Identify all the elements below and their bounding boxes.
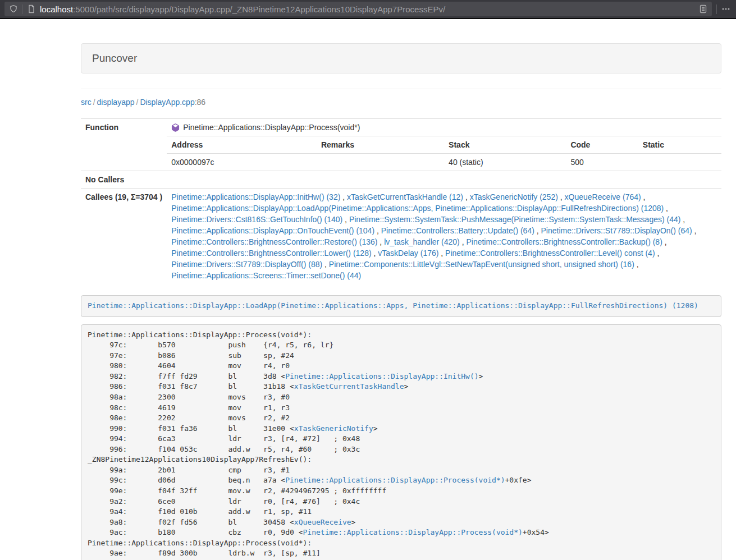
callee-link[interactable]: Pinetime::Controllers::BrightnessControl…: [445, 249, 655, 258]
disasm-symbol-link[interactable]: xQueueReceive: [294, 518, 351, 526]
callee-separator: ,: [662, 237, 667, 246]
callee-link[interactable]: Pinetime::Applications::DisplayApp::Load…: [171, 204, 664, 213]
table-row: 0x0000097c 40 (static) 500: [167, 154, 721, 171]
app-title-panel: Puncover: [81, 43, 721, 74]
divider: [81, 89, 721, 89]
breadcrumb-link[interactable]: src: [81, 98, 92, 107]
function-name: Pinetime::Applications::DisplayApp::Proc…: [183, 122, 360, 133]
callee-separator: ,: [377, 237, 384, 246]
disassembly-block: Pinetime::Applications::DisplayApp::Proc…: [81, 324, 721, 560]
callee-separator: ,: [634, 260, 639, 269]
callee-link[interactable]: Pinetime::Applications::DisplayApp::Init…: [171, 192, 340, 201]
callee-separator: ,: [340, 192, 347, 201]
callee-separator: ,: [664, 204, 668, 213]
address-value: 0x0000097c: [167, 154, 317, 171]
no-callers-label: No Callers: [81, 171, 167, 189]
callee-link[interactable]: Pinetime::System::SystemTask::PushMessag…: [349, 215, 681, 224]
disasm-symbol-link[interactable]: xTaskGenericNotify: [294, 424, 373, 433]
callee-link[interactable]: Pinetime::Controllers::BrightnessControl…: [171, 249, 371, 258]
callee-separator: ,: [655, 249, 660, 258]
callee-link[interactable]: vTaskDelay (176): [378, 249, 438, 258]
callee-separator: ,: [558, 192, 565, 201]
symbol-table: Function Pinetime::Applications::Display…: [81, 118, 721, 284]
highlighted-source-line: Pinetime::Applications::DisplayApp::Load…: [81, 295, 721, 317]
callee-link[interactable]: xQueueReceive (764): [565, 192, 641, 201]
callee-separator: ,: [322, 260, 329, 269]
callee-separator: ,: [372, 249, 378, 258]
shield-icon[interactable]: [9, 4, 18, 13]
callee-separator: ,: [460, 237, 467, 246]
page-title: Puncover: [92, 52, 137, 64]
column-header-remarks: Remarks: [317, 136, 444, 154]
url-path: :5000/path/src/displayapp/DisplayApp.cpp…: [73, 4, 445, 14]
content-container: Puncover src/displayapp/DisplayApp.cpp:8…: [81, 19, 721, 560]
disasm-symbol-link[interactable]: xTaskGetCurrentTaskHandle: [294, 382, 404, 391]
callee-link[interactable]: Pinetime::Controllers::Battery::Update()…: [381, 226, 534, 235]
callees-label: Callees (19, Σ=3704 ): [81, 189, 167, 284]
package-icon: [171, 123, 180, 132]
disasm-symbol-link[interactable]: Pinetime::Applications::DisplayApp::Init…: [285, 372, 478, 380]
overflow-menu-icon[interactable]: [721, 4, 730, 13]
callers-row: No Callers: [81, 171, 721, 189]
callee-separator: ,: [641, 192, 646, 201]
toolbar-separator: [22, 4, 23, 14]
callee-link[interactable]: Pinetime::Drivers::Cst816S::GetTouchInfo…: [171, 215, 342, 224]
disasm-symbol-link[interactable]: Pinetime::Applications::DisplayApp::Proc…: [303, 528, 523, 536]
callee-link[interactable]: xTaskGetCurrentTaskHandle (12): [347, 192, 463, 201]
url-bar[interactable]: localhost:5000/path/src/displayapp/Displ…: [4, 2, 712, 16]
callee-link[interactable]: Pinetime::Controllers::BrightnessControl…: [171, 237, 377, 246]
callee-link[interactable]: Pinetime::Applications::Screens::Timer::…: [171, 271, 361, 280]
column-header-stack: Stack: [444, 136, 566, 154]
callee-link[interactable]: Pinetime::Components::LittleVgl::SetNewT…: [329, 260, 634, 269]
breadcrumb-link[interactable]: displayapp: [97, 98, 135, 107]
callee-separator: ,: [374, 226, 381, 235]
column-header-static: Static: [638, 136, 721, 154]
column-header-code: Code: [566, 136, 638, 154]
reader-mode-icon[interactable]: [699, 4, 707, 13]
code-value: 500: [566, 154, 638, 171]
remarks-value: [317, 154, 444, 171]
browser-toolbar: localhost:5000/path/src/displayapp/Displ…: [0, 0, 736, 19]
callee-link[interactable]: xTaskGenericNotify (252): [470, 192, 558, 201]
column-header-address: Address: [167, 136, 317, 154]
url-host: localhost: [40, 4, 73, 14]
breadcrumb-separator: /: [135, 98, 140, 107]
toolbar-separator: [716, 4, 717, 14]
breadcrumb-line-number: :86: [195, 98, 205, 107]
breadcrumb-link[interactable]: DisplayApp.cpp: [140, 98, 194, 107]
callee-link[interactable]: lv_task_handler (420): [384, 237, 460, 246]
callees-row: Callees (19, Σ=3704 ) Pinetime::Applicat…: [81, 189, 721, 284]
callee-separator: ,: [463, 192, 470, 201]
breadcrumb: src/displayapp/DisplayApp.cpp:86: [81, 97, 721, 108]
metrics-row: Address Remarks Stack Code Static 0x0000…: [81, 136, 721, 171]
static-value: [638, 154, 721, 171]
callee-link[interactable]: Pinetime::Drivers::St7789::DisplayOff() …: [171, 260, 322, 269]
loadapp-symbol-link[interactable]: Pinetime::Applications::DisplayApp::Load…: [88, 301, 698, 310]
callee-link[interactable]: Pinetime::Controllers::BrightnessControl…: [466, 237, 662, 246]
callee-separator: ,: [692, 226, 697, 235]
metrics-table: Address Remarks Stack Code Static 0x0000…: [167, 136, 721, 171]
callee-link[interactable]: Pinetime::Applications::DisplayApp::OnTo…: [171, 226, 374, 235]
callee-link[interactable]: Pinetime::Drivers::St7789::DisplayOn() (…: [541, 226, 692, 235]
stack-value: 40 (static): [444, 154, 566, 171]
callee-separator: ,: [438, 249, 445, 258]
breadcrumb-separator: /: [92, 98, 97, 107]
callee-separator: ,: [534, 226, 541, 235]
callees-list: Pinetime::Applications::DisplayApp::Init…: [167, 189, 721, 284]
page-icon: [28, 4, 35, 13]
disasm-symbol-link[interactable]: Pinetime::Applications::DisplayApp::Proc…: [285, 476, 505, 484]
function-label: Function: [81, 119, 167, 136]
callee-separator: ,: [680, 215, 685, 224]
callee-separator: ,: [342, 215, 349, 224]
function-row: Function Pinetime::Applications::Display…: [81, 119, 721, 136]
